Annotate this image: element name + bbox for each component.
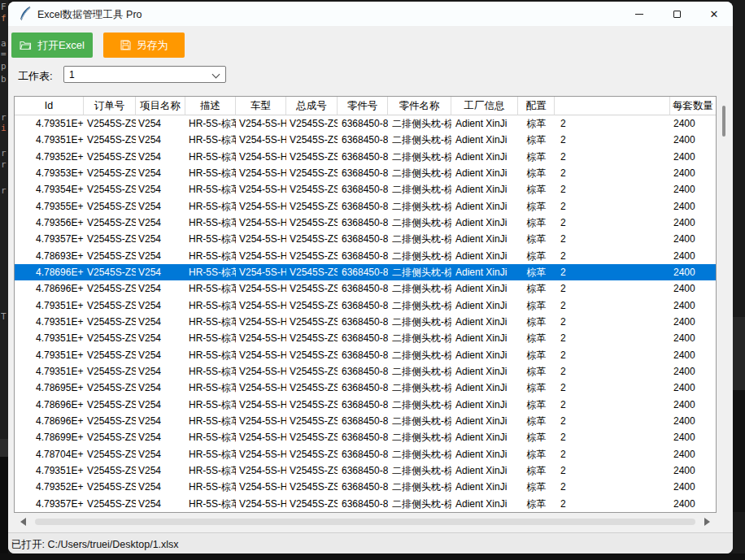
- horizontal-scrollbar[interactable]: [14, 515, 717, 528]
- backdrop-bottom: [0, 553, 745, 560]
- maximize-button[interactable]: [658, 2, 695, 26]
- table-row[interactable]: 4.79357E+17V2545S-ZSV254HR-5S-棕革V254-5S-…: [15, 496, 716, 512]
- table-cell: V2545S-ZS: [286, 297, 338, 314]
- table-cell: 2400: [670, 132, 716, 148]
- table-cell: V254: [136, 198, 185, 215]
- table-cell: 2400: [670, 149, 716, 165]
- table-cell: V254-5S-H: [236, 149, 286, 165]
- header-cell-每套数量[interactable]: 每套数量: [670, 97, 716, 115]
- table-cell: Adient XinJi: [451, 115, 518, 132]
- table-cell: HR-5S-棕革: [185, 496, 236, 512]
- table-cell: HR-5S-棕革: [185, 429, 236, 445]
- table-row[interactable]: 4.78696E+17V2545S-ZSV254HR-5S-棕革V254-5S-…: [15, 280, 716, 297]
- code-letter: p: [1, 61, 7, 72]
- header-cell-配置[interactable]: 配置: [518, 97, 555, 115]
- header-cell-描述[interactable]: 描述: [185, 97, 236, 115]
- table-cell: 6368450-8: [338, 330, 388, 346]
- table-cell: Adient XinJi: [451, 314, 518, 330]
- table-cell: 棕革: [518, 181, 555, 198]
- header-cell-零件名称[interactable]: 零件名称: [388, 97, 451, 115]
- vertical-scrollbar-thumb[interactable]: [722, 106, 725, 137]
- header-cell-总成号[interactable]: 总成号: [286, 97, 338, 115]
- header-cell-零件号[interactable]: 零件号: [338, 97, 388, 115]
- table-row[interactable]: 4.79351E+17V2545S-ZSV254HR-5S-棕革V254-5S-…: [15, 115, 716, 132]
- table-cell: HR-5S-棕革: [185, 413, 236, 429]
- table-cell: V2545S-ZS: [286, 215, 338, 231]
- code-letter: i: [1, 123, 7, 133]
- table-row[interactable]: 4.79351E+17V2545S-ZSV254HR-5S-棕革V254-5S-…: [15, 347, 716, 363]
- table-cell: 2400: [670, 380, 716, 396]
- table-cell: HR-5S-棕革: [185, 347, 236, 363]
- table-cell: 棕革: [518, 115, 555, 132]
- table-row[interactable]: 4.79353E+17V2545S-ZSV254HR-5S-棕革V254-5S-…: [15, 165, 716, 181]
- table-cell: 2: [555, 363, 670, 380]
- table-cell: 2: [555, 496, 670, 512]
- header-cell-车型[interactable]: 车型: [236, 97, 286, 115]
- table-cell: V2545S-ZS: [84, 297, 136, 314]
- table-row[interactable]: 4.78696E+17V2545S-ZSV254HR-5S-棕革V254-5S-…: [15, 413, 716, 429]
- table-row[interactable]: 4.78696E+17V2545S-ZSV254HR-5S-棕革V254-5S-…: [15, 397, 716, 413]
- table-cell: 4.78696E+17: [15, 280, 84, 297]
- table-cell: 2: [555, 248, 670, 264]
- table-cell: HR-5S-棕革: [185, 314, 236, 330]
- table-cell: 2400: [670, 330, 716, 346]
- table-row[interactable]: 4.79357E+17V2545S-ZSV254HR-5S-棕革V254-5S-…: [15, 231, 716, 247]
- minimize-button[interactable]: [621, 2, 658, 26]
- header-cell-项目名称[interactable]: 项目名称: [136, 97, 185, 115]
- table-row[interactable]: 4.79351E+17V2545S-ZSV254HR-5S-棕革V254-5S-…: [15, 132, 716, 148]
- table-row[interactable]: 4.79351E+17V2545S-ZSV254HR-5S-棕革V254-5S-…: [15, 363, 716, 380]
- table-cell: 二排侧头枕-棕革: [388, 198, 451, 215]
- table-cell: V2545S-ZS: [84, 446, 136, 462]
- vertical-scrollbar[interactable]: [721, 98, 730, 513]
- table-row[interactable]: 4.79351E+17V2545S-ZSV254HR-5S-棕革V254-5S-…: [15, 462, 716, 479]
- table-cell: V254-5S-H: [236, 397, 286, 413]
- backdrop-block: [733, 390, 745, 512]
- table-row[interactable]: 4.78693E+17V2545S-ZSV254HR-5S-棕革V254-5S-…: [15, 248, 716, 264]
- table-cell: 2: [555, 264, 670, 280]
- table-cell: 二排侧头枕-棕革: [388, 248, 451, 264]
- worksheet-selected-value: 1: [69, 69, 75, 80]
- table-row[interactable]: 4.79356E+17V2545S-ZSV254HR-5S-棕革V254-5S-…: [15, 215, 716, 231]
- table-cell: 2400: [670, 397, 716, 413]
- table-row[interactable]: 4.79352E+17V2545S-ZSV254HR-5S-棕革V254-5S-…: [15, 479, 716, 495]
- table-cell: 6368450-8: [338, 181, 388, 198]
- horizontal-scrollbar-thumb[interactable]: [35, 519, 695, 525]
- save-as-button[interactable]: 另存为: [103, 33, 185, 58]
- scroll-right-arrow-icon[interactable]: [704, 518, 710, 526]
- table-row[interactable]: 4.79351E+17V2545S-ZSV254HR-5S-棕革V254-5S-…: [15, 314, 716, 330]
- header-cell-订单号[interactable]: 订单号: [84, 97, 136, 115]
- table-cell: 2400: [670, 479, 716, 495]
- table-row[interactable]: 4.79354E+17V2545S-ZSV254HR-5S-棕革V254-5S-…: [15, 181, 716, 198]
- table-row[interactable]: 4.78699E+17V2545S-ZSV254HR-5S-棕革V254-5S-…: [15, 429, 716, 445]
- table-row[interactable]: 4.79355E+17V2545S-ZSV254HR-5S-棕革V254-5S-…: [15, 198, 716, 215]
- open-excel-button[interactable]: 打开Excel: [11, 33, 93, 58]
- table-row[interactable]: 4.79351E+17V2545S-ZSV254HR-5S-棕革V254-5S-…: [15, 330, 716, 346]
- table-cell: Adient XinJi: [451, 297, 518, 314]
- table-cell: V2545S-ZS: [84, 248, 136, 264]
- table-cell: HR-5S-棕革: [185, 297, 236, 314]
- titlebar[interactable]: Excel数据管理工具 Pro ✕: [8, 2, 733, 26]
- table-cell: HR-5S-棕革: [185, 462, 236, 479]
- table-cell: Adient XinJi: [451, 198, 518, 215]
- header-cell-blank[interactable]: [555, 97, 670, 115]
- close-button[interactable]: ✕: [695, 2, 733, 26]
- table-cell: 2400: [670, 181, 716, 198]
- table-row[interactable]: 4.78695E+17V2545S-ZSV254HR-5S-棕革V254-5S-…: [15, 380, 716, 396]
- header-cell-Id[interactable]: Id: [15, 97, 84, 115]
- worksheet-combobox[interactable]: 1: [63, 66, 226, 83]
- table-cell: HR-5S-棕革: [185, 149, 236, 165]
- table-cell: 4.79351E+17: [15, 347, 84, 363]
- table-cell: V254: [136, 462, 185, 479]
- scroll-left-arrow-icon[interactable]: [20, 518, 26, 526]
- table-cell: 6368450-8: [338, 347, 388, 363]
- header-cell-工厂信息[interactable]: 工厂信息: [451, 97, 518, 115]
- table-row[interactable]: 4.78704E+17V2545S-ZSV254HR-5S-棕革V254-5S-…: [15, 446, 716, 462]
- table-cell: HR-5S-棕革: [185, 132, 236, 148]
- table-cell: HR-5S-棕革: [185, 165, 236, 181]
- table-cell: V2545S-ZS: [286, 479, 338, 495]
- table-row[interactable]: 4.79351E+17V2545S-ZSV254HR-5S-棕革V254-5S-…: [15, 297, 716, 314]
- table-cell: V2545S-ZS: [84, 215, 136, 231]
- table-row[interactable]: 4.79352E+17V2545S-ZSV254HR-5S-棕革V254-5S-…: [15, 149, 716, 165]
- table-cell: 4.78704E+17: [15, 446, 84, 462]
- table-row[interactable]: 4.78696E+17V2545S-ZSV254HR-5S-棕革V254-5S-…: [15, 264, 716, 280]
